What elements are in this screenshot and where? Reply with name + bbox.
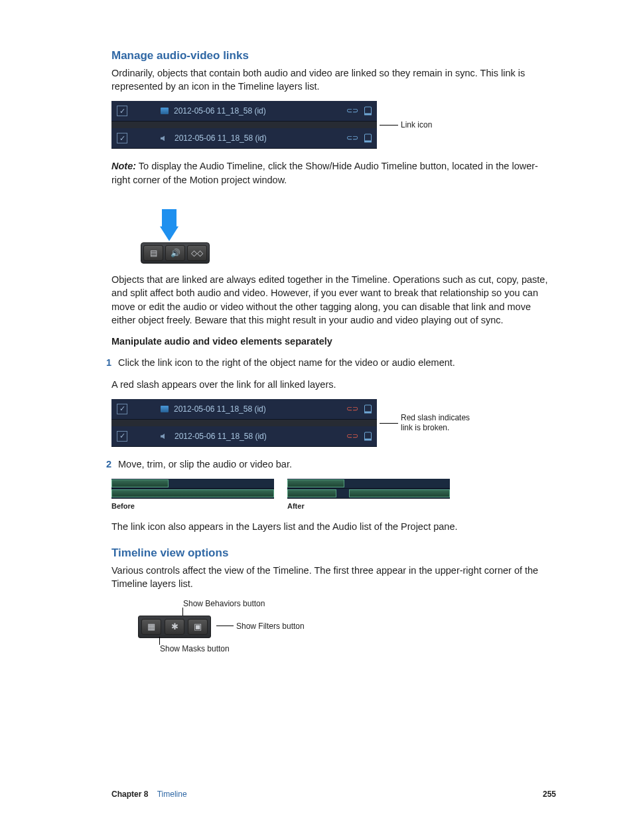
keyframe-timeline-icon: ◇◇ (187, 245, 207, 261)
note-paragraph: Note: To display the Audio Timeline, cli… (111, 159, 556, 187)
heading-timeline-view-options: Timeline view options (111, 545, 556, 561)
label-filters: Show Filters button (236, 621, 305, 632)
step-text: Move, trim, or slip the audio or video b… (118, 459, 292, 469)
figure-audio-timeline-button: ▤ 🔊 ◇◇ (141, 195, 556, 264)
page-number: 255 (543, 789, 556, 800)
checkbox-icon: ✓ (117, 431, 127, 442)
link-icon: ⊂⊃ (346, 106, 358, 116)
chapter-label: Chapter 8 (111, 790, 148, 799)
intro-paragraph: Ordinarily, objects that contain both au… (111, 66, 556, 94)
lock-icon (364, 432, 372, 441)
figure-view-options: Show Behaviors button ▦ ✱ ▣ Show Filters… (138, 598, 556, 654)
step-number: 2 (98, 458, 115, 471)
video-clip-icon (161, 406, 169, 412)
show-behaviors-icon: ✱ (165, 619, 184, 635)
video-clip-name: 2012-05-06 11_18_58 (id) (174, 106, 266, 117)
show-masks-icon: ▦ (141, 619, 161, 635)
lock-icon (364, 134, 372, 143)
link-icon: ⊂⊃ (346, 133, 358, 143)
heading-manage-audio-video-links: Manage audio-video links (111, 48, 556, 64)
broken-link-icon: ⊂⊃ (346, 404, 358, 414)
audio-icon (161, 135, 170, 142)
step-1: 1 Click the link icon to the right of th… (113, 356, 556, 369)
chapter-title: Timeline (157, 790, 187, 799)
step-1-result: A red slash appears over the link for al… (111, 378, 556, 391)
callout-link-icon: Link icon (401, 120, 432, 130)
timeline-audio-row: ✓ 2012-05-06 11_18_58 (id) ⊂⊃ (111, 128, 377, 149)
timeline-audio-row: ✓ 2012-05-06 11_18_58 (id) ⊂⊃ (111, 426, 377, 447)
callout-broken-link: Red slash indicates link is broken. (401, 413, 480, 433)
video-timeline-icon: ▤ (143, 245, 163, 261)
audio-clip-name: 2012-05-06 11_18_58 (id) (175, 133, 267, 144)
checkbox-icon: ✓ (117, 404, 127, 414)
view-options-intro: Various controls affect the view of the … (111, 564, 556, 591)
video-clip-name: 2012-05-06 11_18_58 (id) (174, 404, 266, 415)
step-text: Click the link icon to the right of the … (118, 357, 455, 368)
broken-link-icon: ⊂⊃ (346, 431, 358, 441)
note-label: Note: (111, 161, 136, 171)
checkbox-icon: ✓ (117, 133, 127, 143)
audio-timeline-icon: 🔊 (165, 245, 185, 261)
note-text: To display the Audio Timeline, click the… (111, 161, 538, 185)
video-clip-icon (161, 108, 169, 114)
after-label: After (287, 501, 450, 511)
timeline-video-row: ✓ 2012-05-06 11_18_58 (id) ⊂⊃ (111, 101, 377, 122)
arrow-icon (160, 226, 178, 241)
linked-paragraph: Objects that are linked are always edite… (111, 273, 556, 327)
mini-toolbar: ▤ 🔊 ◇◇ (141, 242, 210, 264)
audio-icon (161, 433, 170, 440)
lock-icon (364, 405, 372, 414)
label-masks: Show Masks button (160, 643, 230, 655)
page-footer: Chapter 8 Timeline 255 (111, 789, 556, 800)
checkbox-icon: ✓ (117, 106, 127, 116)
figure-link-icon: ✓ 2012-05-06 11_18_58 (id) ⊂⊃ ✓ 2012-05-… (111, 101, 556, 149)
label-behaviors: Show Behaviors button (183, 598, 265, 610)
audio-clip-name: 2012-05-06 11_18_58 (id) (175, 431, 267, 442)
lock-icon (364, 107, 372, 116)
before-label: Before (111, 501, 274, 511)
timeline-video-row: ✓ 2012-05-06 11_18_58 (id) ⊂⊃ (111, 399, 377, 420)
subheading-manipulate: Manipulate audio and video elements sepa… (111, 335, 556, 348)
figure-broken-link: ✓ 2012-05-06 11_18_58 (id) ⊂⊃ ✓ 2012-05-… (111, 399, 556, 447)
figure-before-after: Before After (111, 479, 556, 511)
show-filters-icon: ▣ (188, 619, 208, 635)
step-2: 2 Move, trim, or slip the audio or video… (113, 458, 556, 471)
final-paragraph: The link icon also appears in the Layers… (111, 520, 556, 533)
step-number: 1 (98, 356, 115, 369)
